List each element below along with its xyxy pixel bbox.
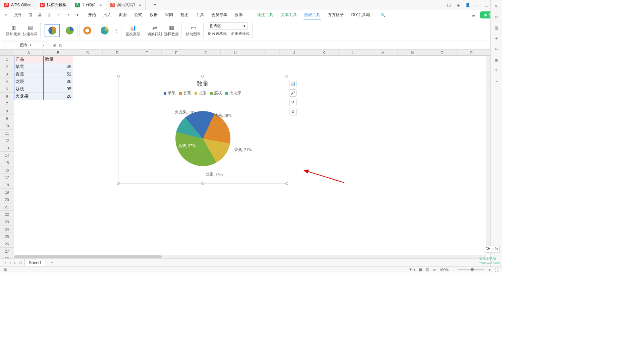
view-normal-icon[interactable]: ▦ [419,267,422,272]
switch-rc-button[interactable]: ⇄ 切换行列 [147,24,162,37]
print-icon[interactable]: 🖶 [37,12,43,18]
row-header[interactable]: 5 [0,85,14,93]
column-header[interactable]: L [339,50,368,55]
cell-b3[interactable]: 52 [44,70,73,78]
chart-style-2[interactable] [62,24,77,37]
column-header[interactable]: F [162,50,191,55]
layers-icon[interactable]: ▥ [493,25,499,31]
row-header[interactable]: 19 [0,189,14,196]
column-header[interactable]: N [398,50,427,55]
select-all-corner[interactable] [0,50,14,56]
resize-handle[interactable] [117,75,120,78]
row-header[interactable]: 12 [0,137,14,144]
eye-icon[interactable]: 👁 ▾ [409,267,416,272]
set-format-button[interactable]: ⚙ 设置格式 [208,31,227,36]
tab-chart-tools[interactable]: 图表工具 [304,11,321,19]
row-header[interactable]: 17 [0,174,14,181]
row-header[interactable]: 8 [0,107,14,115]
more-icon[interactable]: ⋯ [493,79,499,85]
file-menu[interactable]: 文件 [12,12,24,18]
zoom-level[interactable]: 160% [439,268,448,272]
row-header[interactable]: 6 [0,93,14,100]
sheet-tab[interactable]: Sheet1 [24,259,46,266]
tab-page[interactable]: 页面 [118,11,127,19]
add-element-button[interactable]: ⊞ 添加元素 [6,24,21,37]
row-header[interactable]: 24 [0,226,14,233]
chart-style-4[interactable] [97,24,112,37]
fx-icon[interactable]: fx [59,43,62,48]
sheet-last-icon[interactable]: ▸| [19,261,23,264]
close-icon[interactable]: ● [139,3,141,7]
row-header[interactable]: 25 [0,233,14,240]
column-header[interactable]: H [221,50,250,55]
sheet-first-icon[interactable]: |◂ [3,261,7,264]
cell-a6[interactable]: 火龙果 [14,93,44,100]
tab-tools[interactable]: 工具 [195,11,205,19]
resize-handle[interactable] [285,182,288,185]
cell-b5[interactable]: 95 [44,85,73,93]
view-page-icon[interactable]: ▥ [426,267,429,272]
undo-icon[interactable]: ↶ [56,12,62,18]
cloud-icon[interactable]: ☁ [470,12,476,18]
qat-dropdown-icon[interactable]: ▾ [74,12,80,18]
more-styles-icon[interactable]: ⋮ [114,28,118,33]
scrollbar-thumb[interactable] [14,255,162,258]
column-header[interactable]: D [103,50,132,55]
help-icon[interactable]: ? [493,68,499,74]
change-type-button[interactable]: 📊 更改类型 [125,24,140,37]
chart-elements-button[interactable]: 📊 [289,80,297,87]
tab-review[interactable]: 审阅 [164,11,174,19]
resize-handle[interactable] [201,182,204,185]
row-header[interactable]: 22 [0,211,14,218]
select-data-button[interactable]: ▦ 选择数据 [164,24,179,37]
chart-style-1[interactable] [45,24,60,37]
magic-icon[interactable]: ✦ [493,36,499,42]
zoom-slider[interactable] [458,269,484,270]
close-icon[interactable]: ● [99,3,102,7]
tab-formula[interactable]: 公式 [133,11,143,19]
horizontal-scrollbar[interactable] [14,255,486,258]
column-header[interactable]: I [250,50,280,55]
view-preview-icon[interactable]: ▭ [432,267,436,272]
column-header[interactable]: P [457,50,486,55]
preview-icon[interactable]: 🗎 [46,12,52,18]
cell-b4[interactable]: 36 [44,78,73,85]
tab-view[interactable]: 视图 [180,11,189,19]
search-icon[interactable]: 🔍 [380,12,386,18]
row-header[interactable]: 10 [0,122,14,130]
pie-plot[interactable]: 苹果, 18% 香蕉, 21% 龙眼, 14% 荔枝, 37% 火龙果, 10% [118,96,287,177]
row-header[interactable]: 3 [0,70,14,78]
chart-area-select[interactable]: 图表区 ▾ [208,22,248,30]
add-tab-button[interactable]: ＋ ▾ [146,2,159,8]
avatar-icon[interactable]: 👤 [465,2,470,8]
cell-b2[interactable]: 45 [44,63,73,70]
column-header[interactable]: C [73,50,103,55]
row-header[interactable]: 23 [0,218,14,226]
add-sheet-button[interactable]: ＋ [48,260,56,265]
status-mode-icon[interactable]: ▦ [3,267,7,272]
row-header[interactable]: 26 [0,240,14,248]
app-tab-wps[interactable]: W WPS Office [0,0,36,10]
column-header[interactable]: B [44,50,73,55]
cell-b6[interactable]: 26 [44,93,73,100]
app-tab-template[interactable]: ✿ 找稻壳模板 [36,0,71,10]
resize-handle[interactable] [285,75,288,78]
save-icon[interactable]: 🖫 [28,12,34,18]
row-header[interactable]: 27 [0,248,14,255]
tab-diy[interactable]: DIY工具箱 [351,11,371,19]
cell-a3[interactable]: 香蕉 [14,70,44,78]
resize-handle[interactable] [201,75,204,78]
row-header[interactable]: 4 [0,78,14,85]
vertical-scrollbar[interactable] [486,56,490,254]
move-chart-button[interactable]: ▭ 移动图表 [186,24,201,37]
column-header[interactable]: E [132,50,162,55]
name-box[interactable]: 图表 3 [4,42,47,49]
column-header[interactable]: J [280,50,309,55]
row-header[interactable]: 15 [0,159,14,166]
minimize-icon[interactable]: — [474,2,480,8]
column-header[interactable]: M [368,50,398,55]
column-header[interactable]: G [191,50,221,55]
tab-start[interactable]: 开始 [87,11,97,19]
row-header[interactable]: 16 [0,166,14,174]
tab-text-tools[interactable]: 文本工具 [280,11,298,19]
